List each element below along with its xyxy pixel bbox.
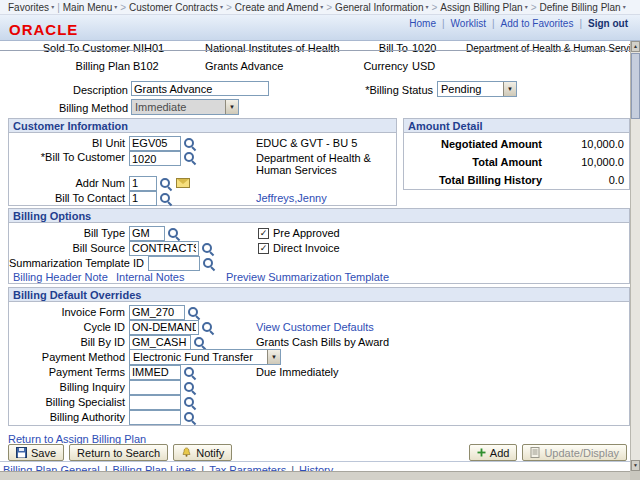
breadcrumb-separator: > [432,2,438,13]
page-link-tax-parameters[interactable]: Tax Parameters [209,464,286,471]
bill-to-name: Department of Health & Human Services [466,43,630,54]
breadcrumb-label: Favorites [8,2,49,13]
total-billing-history-label: Total Billing History [409,174,552,186]
breadcrumb-item-define-billing-plan[interactable]: Define Billing Plan▾ [539,2,625,13]
breadcrumb-separator: > [226,2,232,13]
save-icon [16,447,27,458]
description-input[interactable] [131,81,269,96]
breadcrumb-separator: > [326,2,332,13]
billing-authority-input[interactable] [129,410,181,425]
billing-method-label: Billing Method [8,102,128,114]
lookup-icon[interactable] [187,306,200,319]
lookup-icon[interactable] [159,192,172,205]
bi-unit-input[interactable] [129,136,181,151]
dropdown-arrow-icon: ▼ [225,100,238,114]
add-icon [477,448,486,457]
breadcrumb-item-main-menu[interactable]: Main Menu▾ [63,2,117,13]
direct-invoice-checkbox[interactable]: ✓ [258,243,269,254]
page-link-separator: | [291,464,294,471]
add-button[interactable]: Add [469,444,518,461]
bill-type-label: Bill Type [9,227,129,239]
payment-terms-input[interactable] [129,365,181,380]
return-to-search-label: Return to Search [77,447,160,459]
chevron-down-icon: ▾ [51,4,54,10]
bill-by-id-row: Bill By ID Grants Cash Bills by Award [9,335,629,349]
billing-header-note-link[interactable]: Billing Header Note [13,271,108,283]
bill-to-contact-name-link[interactable]: Jeffreys,Jenny [256,192,327,204]
bill-to-contact-label: Bill To Contact [9,192,129,204]
bill-by-id-input[interactable] [129,335,191,350]
internal-notes-link[interactable]: Internal Notes [116,271,184,283]
billing-inquiry-label: Billing Inquiry [9,381,129,393]
payment-method-select[interactable]: Electronic Fund Transfer ▼ [129,349,281,365]
lookup-icon[interactable] [193,336,206,349]
invoice-form-input[interactable] [129,305,185,320]
lookup-icon[interactable] [183,411,196,424]
view-customer-defaults-link[interactable]: View Customer Defaults [256,321,374,333]
breadcrumb-item-customer-contracts[interactable]: Customer Contracts▾ [129,2,223,13]
page-link-history[interactable]: History [299,464,333,471]
vertical-scrollbar[interactable]: ▲ ▼ [630,41,640,471]
addr-num-label: Addr Num [9,177,129,189]
bill-type-input[interactable] [129,226,165,241]
worklist-link[interactable]: Worklist [451,18,486,29]
invoice-form-label: Invoice Form [9,306,129,318]
home-link[interactable]: Home [409,18,436,29]
lookup-icon[interactable] [183,366,196,379]
lookup-icon[interactable] [167,227,180,240]
breadcrumb-label: General Information [335,2,423,13]
billing-inquiry-input[interactable] [129,380,181,395]
horizontal-scrollbar[interactable] [0,471,630,480]
lookup-icon[interactable] [183,381,196,394]
billing-specialist-input[interactable] [129,395,181,410]
billing-options-group: Billing Options Bill Type ✓ Pre Approved… [8,208,630,284]
description-label: Description [8,84,128,96]
bill-source-input[interactable] [129,241,199,256]
bill-by-id-description: Grants Cash Bills by Award [256,336,389,348]
breadcrumb-item-create-and-amend[interactable]: Create and Amend▾ [235,2,323,13]
summarization-template-id-input[interactable] [148,256,200,271]
bill-to-contact-input[interactable] [129,191,157,206]
breadcrumb-item-assign-billing-plan[interactable]: Assign Billing Plan▾ [440,2,527,13]
preview-summarization-template-link[interactable]: Preview Summarization Template [226,271,389,283]
amount-detail-title: Amount Detail [404,119,629,133]
dropdown-arrow-icon: ▼ [503,82,516,96]
save-button[interactable]: Save [8,444,64,461]
return-to-search-button[interactable]: Return to Search [69,444,168,461]
lookup-icon[interactable] [201,242,214,255]
email-address-icon[interactable] [176,178,190,188]
breadcrumb-item-general-information[interactable]: General Information▾ [335,2,428,13]
lookup-icon[interactable] [183,396,196,409]
billing-status-select[interactable]: Pending ▼ [437,81,517,97]
payment-method-row: Payment Method Electronic Fund Transfer … [9,350,629,364]
breadcrumb-label: Create and Amend [235,2,318,13]
bill-to-customer-input[interactable] [129,151,181,166]
billing-plan-name: Grants Advance [205,60,283,72]
lookup-icon[interactable] [202,257,215,270]
breadcrumb-item-favorites[interactable]: Favorites▾ [8,2,54,13]
billing-plan-label: Billing Plan [8,60,130,72]
content-area: Sold To Customer NIH01 National Institut… [0,41,630,471]
lookup-icon[interactable] [183,151,196,164]
chevron-down-icon: ▾ [114,4,117,10]
scroll-down-button[interactable]: ▼ [631,460,640,471]
lookup-icon[interactable] [159,177,172,190]
vertical-scroll-thumb[interactable] [631,53,640,119]
chevron-down-icon: ▾ [525,4,528,10]
lookup-icon[interactable] [201,321,214,334]
page-link-billing-plan-general[interactable]: Billing Plan General [3,464,100,471]
sign-out-link[interactable]: Sign out [588,18,628,29]
negotiated-amount-row: Negotiated Amount 10,000.0 [404,135,629,153]
addr-num-input[interactable] [129,176,157,191]
lookup-icon[interactable] [183,137,196,150]
scroll-up-icon: ▲ [633,44,638,49]
page-link-billing-plan-lines[interactable]: Billing Plan Lines [112,464,196,471]
billing-default-overrides-group: Billing Default Overrides Invoice Form C… [8,287,630,426]
cycle-id-input[interactable] [129,320,199,335]
pre-approved-checkbox[interactable]: ✓ [258,228,269,239]
notify-button[interactable]: Notify [173,444,232,461]
scroll-up-button[interactable]: ▲ [631,41,640,52]
add-to-favorites-link[interactable]: Add to Favorites [501,18,574,29]
total-billing-history-value: 0.0 [552,174,624,186]
update-display-label: Update/Display [544,447,619,459]
